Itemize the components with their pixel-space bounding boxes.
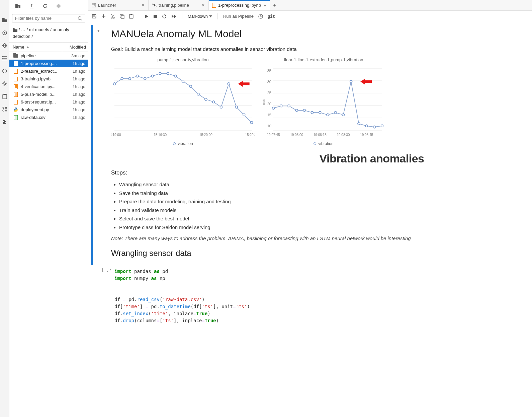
file-row[interactable]: 1-preprocessing....1h ago bbox=[9, 60, 88, 67]
upload-icon[interactable] bbox=[29, 4, 34, 8]
add-tab-button[interactable]: ＋ bbox=[270, 0, 279, 10]
filter-input[interactable] bbox=[15, 16, 78, 21]
run-as-pipeline-button[interactable]: Run as Pipeline bbox=[223, 14, 254, 19]
svg-point-56 bbox=[235, 106, 238, 108]
notebook-icon bbox=[13, 77, 19, 81]
file-name: pipeline bbox=[21, 53, 64, 58]
svg-point-53 bbox=[212, 100, 215, 103]
close-icon[interactable]: ✕ bbox=[201, 3, 205, 8]
components-rail-icon[interactable] bbox=[2, 107, 7, 112]
svg-rect-16 bbox=[92, 3, 96, 7]
step-item: Prototype class for Seldon model serving bbox=[119, 223, 529, 232]
file-name: 5-push-model.ip... bbox=[21, 92, 64, 97]
file-browser: / … / ml-models / anomaly-detection / Na… bbox=[9, 0, 88, 417]
svg-point-7 bbox=[4, 83, 6, 85]
search-icon bbox=[78, 16, 82, 21]
chart1: 15:19:0015:19:3015:20:0015:20:30 bbox=[111, 65, 255, 139]
insert-cell-button[interactable] bbox=[101, 14, 106, 18]
file-row[interactable]: pipeline3m ago bbox=[9, 52, 88, 60]
svg-text:35: 35 bbox=[267, 68, 271, 72]
col-name-header[interactable]: Name bbox=[9, 43, 62, 52]
copy-button[interactable] bbox=[120, 14, 124, 19]
restart-button[interactable] bbox=[162, 14, 167, 19]
run-button[interactable] bbox=[145, 14, 149, 19]
svg-text:19:08:30: 19:08:30 bbox=[337, 133, 350, 137]
svg-point-4 bbox=[2, 56, 3, 57]
svg-point-51 bbox=[197, 93, 199, 95]
svg-point-50 bbox=[189, 85, 192, 87]
step-item: Wrangling sensor data bbox=[119, 180, 529, 189]
file-row[interactable]: 3-training.ipynb1h ago bbox=[9, 75, 88, 83]
svg-point-47 bbox=[167, 72, 169, 74]
notebook-icon bbox=[13, 61, 19, 66]
svg-rect-1 bbox=[4, 32, 5, 33]
file-row[interactable]: 4-verification.ipy...1h ago bbox=[9, 83, 88, 90]
svg-text:15:20:30: 15:20:30 bbox=[245, 133, 255, 137]
file-modified: 1h ago bbox=[64, 61, 85, 66]
markdown-cell[interactable]: ▾ MANUela Anomaly ML Model Goal: Build a… bbox=[88, 24, 532, 266]
run-all-button[interactable] bbox=[171, 14, 177, 18]
save-button[interactable] bbox=[92, 14, 97, 19]
filebrowser-rail-icon[interactable] bbox=[2, 17, 7, 23]
heading-wrangling: Wrangling sensor data bbox=[111, 249, 529, 258]
step-item: Save the training data bbox=[119, 189, 529, 198]
file-row[interactable]: 6-test-request.ip...1h ago bbox=[9, 98, 88, 106]
git-button[interactable]: git bbox=[268, 14, 275, 19]
code-body[interactable]: import pandas as pd import numpy as np d… bbox=[114, 267, 529, 326]
svg-point-11 bbox=[5, 107, 7, 109]
svg-point-86 bbox=[342, 114, 344, 116]
git-fb-icon[interactable] bbox=[56, 4, 61, 8]
paste-button[interactable] bbox=[129, 14, 134, 19]
notebook-icon bbox=[13, 69, 19, 74]
svg-point-5 bbox=[2, 58, 3, 59]
file-modified: 1h ago bbox=[64, 100, 85, 105]
clipboard-rail-icon[interactable] bbox=[2, 94, 7, 99]
tab-pipeline[interactable]: training.pipeline ✕ bbox=[149, 0, 209, 10]
svg-text:15:19:30: 15:19:30 bbox=[154, 133, 167, 137]
stop-button[interactable] bbox=[153, 14, 157, 18]
file-row[interactable]: deployment.py1h ago bbox=[9, 106, 88, 114]
svg-point-78 bbox=[280, 105, 282, 107]
dirty-indicator-icon[interactable]: ● bbox=[264, 3, 266, 8]
new-folder-icon[interactable] bbox=[15, 4, 21, 8]
col-modified-header[interactable]: Modified bbox=[62, 43, 88, 52]
chart-row: pump-1,sensor-tv,vibration 15:19:0015:19… bbox=[111, 57, 529, 146]
svg-rect-17 bbox=[93, 4, 95, 6]
breadcrumb[interactable]: / … / ml-models / anomaly-detection / bbox=[9, 24, 88, 42]
tab-notebook[interactable]: 1-preprocessing.ipynb ● bbox=[209, 0, 270, 10]
file-name: 1-preprocessing.... bbox=[21, 61, 64, 66]
file-row[interactable]: raw-data.csv1h ago bbox=[9, 114, 88, 121]
notebook-content[interactable]: ▾ MANUela Anomaly ML Model Goal: Build a… bbox=[88, 22, 532, 417]
clock-icon[interactable] bbox=[258, 14, 263, 19]
file-row[interactable]: 5-push-model.ip...1h ago bbox=[9, 90, 88, 98]
refresh-icon[interactable] bbox=[43, 4, 48, 8]
fb-header: Name Modified bbox=[9, 42, 88, 52]
file-list: pipeline3m ago1-preprocessing....1h ago2… bbox=[9, 52, 88, 417]
filter-input-wrap[interactable] bbox=[12, 14, 85, 22]
svg-text:19:08:45: 19:08:45 bbox=[360, 133, 373, 137]
file-row[interactable]: 2-feature_extract...1h ago bbox=[9, 67, 88, 75]
svg-rect-27 bbox=[130, 14, 132, 15]
file-name: 2-feature_extract... bbox=[21, 69, 64, 74]
running-rail-icon[interactable] bbox=[2, 30, 7, 36]
snippets-rail-icon[interactable] bbox=[2, 68, 7, 74]
svg-rect-28 bbox=[154, 15, 157, 18]
toc-rail-icon[interactable] bbox=[2, 56, 7, 61]
settings-rail-icon[interactable] bbox=[2, 81, 7, 86]
svg-point-6 bbox=[2, 60, 3, 60]
close-icon[interactable]: ✕ bbox=[141, 3, 145, 8]
svg-point-84 bbox=[327, 114, 329, 116]
collapse-toggle[interactable]: ▾ bbox=[95, 25, 102, 265]
svg-point-82 bbox=[311, 111, 314, 114]
notebook-icon bbox=[212, 3, 216, 8]
git-rail-icon[interactable] bbox=[2, 43, 7, 48]
code-cell[interactable]: [ ]: import pandas as pd import numpy as… bbox=[88, 266, 532, 326]
cut-button[interactable] bbox=[110, 14, 115, 19]
notebook-icon bbox=[13, 84, 19, 89]
file-modified: 1h ago bbox=[64, 115, 85, 120]
extensions-rail-icon[interactable] bbox=[2, 119, 7, 125]
svg-point-85 bbox=[334, 111, 337, 114]
tab-launcher[interactable]: Launcher ✕ bbox=[88, 0, 149, 10]
celltype-select[interactable]: Markdown bbox=[188, 14, 212, 19]
svg-text:10: 10 bbox=[267, 124, 271, 128]
